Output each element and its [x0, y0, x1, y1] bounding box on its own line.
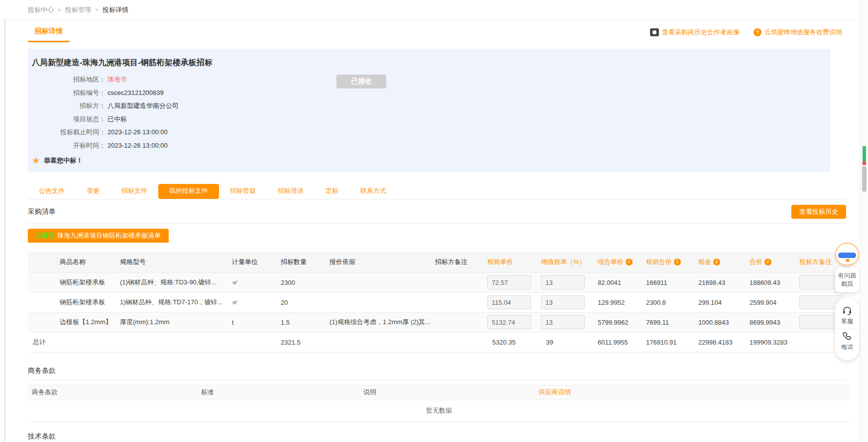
tab-招标文件[interactable]: 招标文件 — [110, 184, 158, 199]
divider — [28, 379, 846, 380]
tab-tender-detail[interactable]: 招标详情 — [28, 27, 70, 42]
vat_rate-input[interactable] — [541, 295, 585, 309]
cell-pre_tax_price — [487, 272, 541, 292]
column-header-unit: 计量单位 — [232, 252, 281, 272]
customer-service-button[interactable]: 客服 — [837, 303, 857, 329]
table-total-row: 总计2321.55320.35396011.9955176910.9122998… — [28, 332, 850, 352]
project-field: 招标方：八局新型建造华南分公司 — [32, 99, 820, 113]
vat_rate-input[interactable] — [541, 315, 585, 329]
tab-联系方式[interactable]: 联系方式 — [349, 184, 397, 199]
column-header-pre_tax_price: 税前单价 — [487, 252, 541, 272]
cell-vat_rate — [541, 292, 598, 312]
column-header-buyer_remark: 招标方备注 — [435, 252, 487, 272]
field-value: 2023-12-26 13:00:00 — [108, 126, 168, 139]
cell-total: 8699.9943 — [750, 312, 799, 332]
ask-me-line2: 戳我 — [837, 280, 857, 288]
pre_tax_price-input[interactable] — [487, 295, 531, 309]
empty-data-text: 暂无数据 — [28, 400, 850, 422]
total-tax: 22998.4183 — [698, 332, 750, 352]
list-tab-filled[interactable]: 已填写 珠海九洲港项目钢筋桁架楼承板清单 — [28, 229, 169, 243]
table-row: 钢筋桁架楼承板(1)钢材品种、规格:TD3-90,镀锌...㎡230082.00… — [28, 272, 850, 292]
cell-combined_price: 129.9952 — [598, 292, 646, 312]
scroll-marker-green — [863, 146, 866, 161]
mascot-beak — [846, 259, 850, 262]
cell-vat_rate — [541, 312, 598, 332]
cell-total: 188609.43 — [750, 272, 799, 292]
column-header-qty: 招标数量 — [281, 252, 329, 272]
table-row: 边模板【1.2mm】厚度(mm):1.2mmt1.5(1)规格综合考虑，1.2m… — [28, 312, 850, 332]
total-basis — [329, 332, 435, 352]
info-icon[interactable]: i — [713, 259, 720, 265]
column-header-basis: 报价依据 — [329, 252, 435, 272]
breadcrumb-item: 投标详情 — [103, 5, 128, 14]
business-terms-table: 商务条款标准说明供应商说明 暂无数据 — [28, 385, 850, 422]
field-label: 招标方： — [32, 99, 106, 113]
cell-tax: 21698.43 — [698, 272, 750, 292]
portrait-icon — [650, 28, 659, 36]
cell-tax: 299.104 — [698, 292, 750, 312]
contact-pill: 客服 电话 — [835, 297, 859, 360]
info-icon[interactable]: i — [626, 259, 633, 265]
pre_tax_price-input[interactable] — [487, 275, 531, 289]
phone-label: 电话 — [841, 344, 853, 351]
breadcrumb-separator: > — [58, 6, 61, 13]
mascot-glasses — [838, 253, 856, 258]
fee-info-link[interactable]: ? 云筑蜜蜂增值服务收费说明 — [754, 28, 842, 37]
cell-pre_tax_total: 7699.11 — [646, 312, 698, 332]
total-vat_rate: 39 — [541, 332, 598, 352]
vat_rate-input[interactable] — [541, 275, 585, 289]
cell-combined_price: 82.0041 — [598, 272, 646, 292]
phone-button[interactable]: 电话 — [837, 329, 857, 354]
field-value: 已中标 — [108, 113, 127, 126]
cell-buyer_remark — [435, 312, 487, 332]
accepted-button[interactable]: 已接收 — [336, 75, 386, 88]
view-bid-history-button[interactable]: 查看投标历史 — [791, 205, 846, 219]
divider — [28, 223, 846, 224]
list-tab-label: 珠海九洲港项目钢筋桁架楼承板清单 — [57, 231, 161, 240]
total-buyer_remark — [435, 332, 487, 352]
column-header-pre_tax_total: 税前合价i — [646, 252, 698, 272]
cell-unit: ㎡ — [232, 292, 281, 312]
cell-qty: 1.5 — [281, 312, 329, 332]
breadcrumb-separator: > — [95, 6, 99, 13]
column-header-tax: 税金i — [698, 252, 750, 272]
customer-service-label: 客服 — [841, 318, 853, 325]
project-info-panel: 八局新型建造-珠海九洲港项目-钢筋桁架楼承板招标 招标地区：珠海市招标编号：cs… — [28, 49, 830, 172]
total-total: 199909.3283 — [750, 332, 799, 352]
ask-me-bubble[interactable]: 有问题 戳我 — [835, 267, 859, 292]
field-label: 投标截止时间： — [32, 126, 106, 139]
breadcrumb-item[interactable]: 投标中心 — [28, 5, 54, 14]
cell-spec: (1)钢材品种、规格:TD3-90,镀锌... — [120, 272, 232, 292]
tab-招标澄清[interactable]: 招标澄清 — [267, 184, 315, 199]
tab-招标答疑[interactable]: 招标答疑 — [219, 184, 267, 199]
terms-column-3[interactable]: 供应商说明 — [535, 385, 850, 400]
terms-column-1: 标准 — [197, 385, 359, 400]
filled-badge: 已填写 — [35, 231, 54, 240]
cell-pre_tax_total: 2300.8 — [646, 292, 698, 312]
info-icon[interactable]: i — [674, 259, 681, 265]
mascot-bee-icon[interactable] — [835, 243, 859, 265]
left-edge-divider — [4, 20, 5, 442]
pre_tax_price-input[interactable] — [487, 315, 531, 329]
tab-公告文件[interactable]: 公告文件 — [28, 184, 76, 199]
cell-name: 钢筋桁架楼承板 — [28, 292, 120, 312]
total-name: 总计 — [28, 332, 120, 352]
terms-column-0: 商务条款 — [28, 385, 197, 400]
info-icon[interactable]: i — [764, 259, 771, 265]
cell-name: 边模板【1.2mm】 — [28, 312, 120, 332]
tab-我的投标文件[interactable]: 我的投标文件 — [158, 184, 219, 199]
tab-变更[interactable]: 变更 — [76, 184, 110, 199]
field-value: 八局新型建造华南分公司 — [108, 99, 179, 113]
column-header-total: 合价i — [750, 252, 799, 272]
page-scrollbar[interactable] — [860, 0, 868, 442]
fee-info-label: 云筑蜜蜂增值服务收费说明 — [764, 28, 842, 37]
total-unit — [232, 332, 281, 352]
breadcrumb-item[interactable]: 投标管理 — [65, 5, 91, 14]
tab-定标[interactable]: 定标 — [315, 184, 349, 199]
question-icon: ? — [754, 28, 761, 36]
detail-tabs: 公告文件变更招标文件我的投标文件招标答疑招标澄清定标联系方式 — [28, 184, 846, 199]
scrollbar-thumb[interactable] — [862, 166, 867, 192]
project-field: 开标时间：2023-12-26 13:00:00 — [32, 139, 820, 153]
column-header-spec: 规格型号 — [120, 252, 232, 272]
buyer-history-portrait-link[interactable]: 查看采购商历史合作者画像 — [650, 28, 740, 37]
